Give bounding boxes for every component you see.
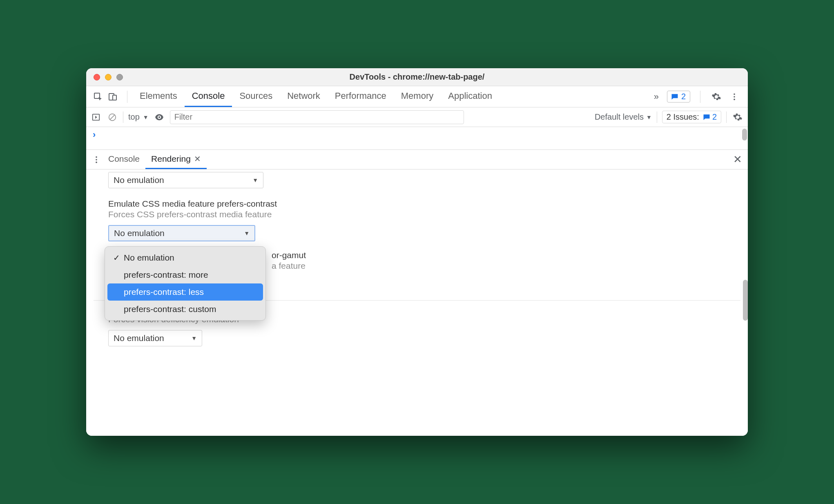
tab-sources[interactable]: Sources (232, 86, 280, 107)
context-label: top (128, 112, 140, 122)
toggle-sidebar-icon[interactable] (90, 112, 102, 123)
chevron-down-icon: ▼ (252, 177, 258, 183)
option-label: prefers-contrast: less (124, 287, 204, 297)
main-tab-strip: Elements Console Sources Network Perform… (86, 86, 748, 107)
section-subtitle-partial: a feature (272, 261, 726, 271)
section-prefers-contrast: Emulate CSS media feature prefers-contra… (86, 196, 748, 249)
tab-label: Elements (140, 91, 177, 101)
dropdown-option[interactable]: No emulation (107, 249, 263, 266)
drawer-tab-label: Console (108, 154, 140, 164)
select-value: No emulation (114, 333, 164, 343)
clear-console-icon[interactable] (107, 112, 118, 123)
main-tabs: Elements Console Sources Network Perform… (132, 86, 500, 107)
tab-label: Application (448, 91, 492, 101)
chevron-down-icon: ▼ (191, 335, 197, 341)
tab-label: Sources (239, 91, 272, 101)
svg-rect-2 (113, 95, 116, 100)
svg-point-8 (158, 116, 160, 118)
tab-application[interactable]: Application (441, 86, 500, 107)
dropdown-option[interactable]: prefers-contrast: custom (107, 301, 263, 318)
divider (700, 91, 700, 103)
divider (726, 112, 727, 123)
scrollbar[interactable] (743, 280, 748, 321)
tab-performance[interactable]: Performance (328, 86, 394, 107)
levels-label: Default levels (595, 112, 644, 122)
tab-elements[interactable]: Elements (132, 86, 185, 107)
svg-point-4 (734, 96, 735, 98)
tab-memory[interactable]: Memory (394, 86, 441, 107)
filter-input[interactable] (170, 110, 464, 124)
divider (123, 112, 123, 123)
drawer-tab-label: Rendering (151, 154, 191, 164)
section-previous: No emulation ▼ (86, 172, 748, 196)
drawer-kebab-icon[interactable] (90, 154, 103, 166)
scrollbar[interactable] (742, 129, 747, 140)
section-subtitle: Forces CSS prefers-contrast media featur… (108, 210, 726, 219)
tab-label: Performance (335, 91, 386, 101)
kebab-menu-icon[interactable] (728, 91, 740, 103)
console-body[interactable]: › (86, 127, 748, 150)
chevron-down-icon: ▼ (143, 114, 149, 120)
tab-label: Network (287, 91, 320, 101)
tab-label: Console (192, 91, 225, 101)
select-value: No emulation (114, 175, 164, 185)
drawer-tab-rendering[interactable]: Rendering ✕ (145, 150, 207, 169)
svg-point-10 (96, 159, 97, 161)
devtools-window: DevTools - chrome://new-tab-page/ Elemen… (86, 68, 748, 436)
device-toggle-icon[interactable] (107, 91, 118, 102)
issues-count: 2 (712, 112, 717, 122)
issues-button[interactable]: 2 Issues: 2 (662, 111, 721, 123)
svg-point-5 (734, 98, 735, 100)
console-settings-icon[interactable] (731, 111, 744, 123)
log-levels-selector[interactable]: Default levels ▼ (595, 112, 652, 122)
tab-network[interactable]: Network (280, 86, 328, 107)
tab-label: Memory (401, 91, 433, 101)
drawer-tab-console[interactable]: Console (103, 150, 145, 169)
drawer-tab-strip: Console Rendering ✕ ✕ (86, 150, 748, 169)
select-vision-deficiency[interactable]: No emulation ▼ (108, 330, 202, 346)
dropdown-option[interactable]: prefers-contrast: more (107, 266, 263, 283)
svg-point-11 (96, 161, 97, 163)
chevron-down-icon: ▼ (646, 114, 652, 120)
section-title-partial: or-gamut (272, 250, 726, 260)
close-drawer-icon[interactable]: ✕ (733, 153, 742, 166)
tab-console[interactable]: Console (185, 86, 232, 107)
dropdown-option[interactable]: prefers-contrast: less (107, 283, 263, 301)
live-expression-icon[interactable] (154, 112, 165, 123)
select-prefers-contrast[interactable]: No emulation ▼ (108, 225, 255, 241)
chat-icon (671, 93, 679, 101)
messages-badge[interactable]: 2 (667, 91, 690, 103)
select-previous-feature[interactable]: No emulation ▼ (108, 172, 263, 188)
option-label: No emulation (124, 253, 174, 263)
select-value: No emulation (114, 228, 165, 238)
chevron-down-icon: ▼ (244, 230, 250, 236)
inspect-icon[interactable] (93, 91, 103, 102)
option-label: prefers-contrast: custom (124, 304, 216, 314)
close-tab-icon[interactable]: ✕ (194, 154, 201, 164)
console-toolbar: top ▼ Default levels ▼ 2 Issues: 2 (86, 107, 748, 127)
window-title: DevTools - chrome://new-tab-page/ (86, 72, 748, 82)
rendering-panel: No emulation ▼ Emulate CSS media feature… (86, 169, 748, 436)
svg-point-9 (96, 156, 97, 158)
issues-label: 2 Issues: (667, 112, 699, 122)
divider (657, 112, 657, 123)
divider (127, 91, 127, 103)
prompt-caret-icon: › (89, 129, 99, 147)
svg-point-3 (734, 93, 735, 95)
prefers-contrast-dropdown: No emulation prefers-contrast: more pref… (105, 246, 266, 321)
title-bar: DevTools - chrome://new-tab-page/ (86, 68, 748, 86)
context-selector[interactable]: top ▼ (128, 112, 149, 122)
option-label: prefers-contrast: more (124, 270, 208, 280)
chat-icon (702, 113, 711, 121)
badge-count: 2 (681, 92, 686, 101)
section-title: Emulate CSS media feature prefers-contra… (108, 199, 726, 209)
settings-icon[interactable] (710, 91, 723, 103)
more-tabs-icon[interactable]: » (651, 91, 661, 102)
